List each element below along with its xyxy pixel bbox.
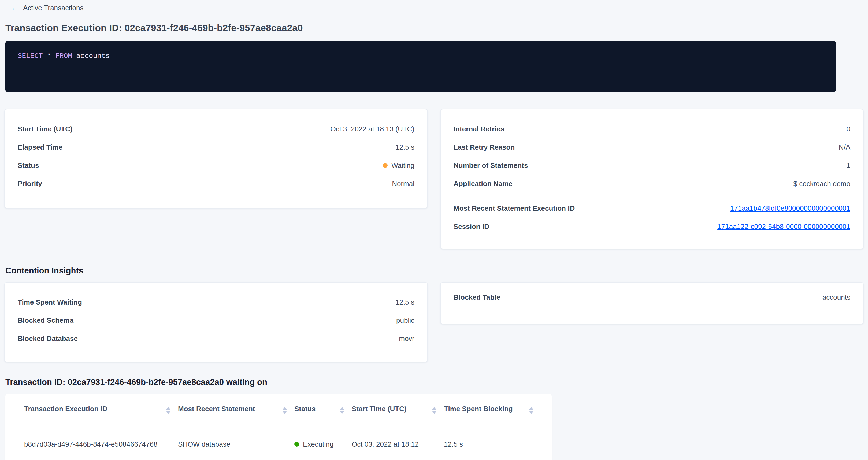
cell-start-time: Oct 03, 2022 at 18:12 xyxy=(352,440,444,448)
column-header-most-recent-statement[interactable]: Most Recent Statement xyxy=(178,405,294,416)
back-link-label: Active Transactions xyxy=(23,3,83,11)
kv-row-status: Status Waiting xyxy=(18,156,414,174)
column-header-label: Status xyxy=(294,405,315,416)
column-header-time-spent-blocking[interactable]: Time Spent Blocking xyxy=(444,405,541,416)
sql-keyword-from: FROM xyxy=(55,52,72,60)
kv-label: Most Recent Statement Execution ID xyxy=(454,204,575,212)
kv-label: Priority xyxy=(18,179,42,187)
contention-cards-row: Time Spent Waiting 12.5 s Blocked Schema… xyxy=(4,282,868,362)
kv-value: 0 xyxy=(846,125,850,133)
status-text: Executing xyxy=(303,440,334,448)
kv-row-elapsed-time: Elapsed Time 12.5 s xyxy=(18,138,414,156)
kv-label: Last Retry Reason xyxy=(454,143,515,151)
table-row: b8d7d03a-d497-446b-8474-e50846674768 SHO… xyxy=(16,427,541,460)
column-header-label: Time Spent Blocking xyxy=(444,405,513,416)
kv-label: Start Time (UTC) xyxy=(18,125,73,133)
kv-row-blocked-table: Blocked Table accounts xyxy=(454,288,850,306)
contention-right-card: Blocked Table accounts xyxy=(440,282,864,324)
kv-label: Blocked Table xyxy=(454,293,500,301)
session-id-link[interactable]: 171aa122-c092-54b8-0000-000000000001 xyxy=(717,222,850,230)
kv-row-number-of-statements: Number of Statements 1 xyxy=(454,156,850,174)
back-link-active-transactions[interactable]: ← Active Transactions xyxy=(11,3,83,11)
arrow-left-icon: ← xyxy=(11,4,18,11)
waiting-on-table: Transaction Execution ID Most Recent Sta… xyxy=(5,394,552,460)
topbar: ← Active Transactions xyxy=(0,0,868,12)
kv-row-internal-retries: Internal Retries 0 xyxy=(454,120,850,138)
kv-value: public xyxy=(396,316,414,324)
kv-value: Oct 3, 2022 at 18:13 (UTC) xyxy=(330,125,414,133)
sort-icon[interactable] xyxy=(529,407,533,414)
kv-row-last-retry-reason: Last Retry Reason N/A xyxy=(454,138,850,156)
cell-time-spent-blocking: 12.5 s xyxy=(444,440,541,448)
cell-most-recent-statement: SHOW database xyxy=(178,440,294,448)
status-text: Waiting xyxy=(392,161,414,169)
card-divider xyxy=(454,196,850,196)
column-header-status[interactable]: Status xyxy=(294,405,352,416)
kv-label: Application Name xyxy=(454,179,513,187)
status-badge: Waiting xyxy=(383,161,414,169)
status-executing-dot-icon xyxy=(294,441,299,446)
kv-row-time-spent-waiting: Time Spent Waiting 12.5 s xyxy=(18,293,414,311)
kv-row-priority: Priority Normal xyxy=(18,174,414,192)
kv-value: 1 xyxy=(846,161,850,169)
table-header-row: Transaction Execution ID Most Recent Sta… xyxy=(16,394,541,427)
kv-row-statement-execution-id: Most Recent Statement Execution ID 171aa… xyxy=(454,199,850,217)
kv-value: 12.5 s xyxy=(395,143,414,151)
sql-table-name: accounts xyxy=(72,52,110,60)
status-waiting-dot-icon xyxy=(383,163,388,167)
kv-value: $ cockroach demo xyxy=(794,179,850,187)
kv-label: Internal Retries xyxy=(454,125,504,133)
kv-row-start-time: Start Time (UTC) Oct 3, 2022 at 18:13 (U… xyxy=(18,120,414,138)
sort-icon[interactable] xyxy=(432,407,436,414)
kv-value: Normal xyxy=(392,179,414,187)
status-badge: Executing xyxy=(294,440,334,448)
column-header-label: Transaction Execution ID xyxy=(24,405,107,416)
kv-label: Number of Statements xyxy=(454,161,528,169)
kv-label: Session ID xyxy=(454,222,489,230)
kv-value: N/A xyxy=(839,143,850,151)
overview-left-card: Start Time (UTC) Oct 3, 2022 at 18:13 (U… xyxy=(4,109,428,209)
transaction-details-page: ← Active Transactions Transaction Execut… xyxy=(0,0,868,460)
kv-label: Status xyxy=(18,161,39,169)
column-header-label: Most Recent Statement xyxy=(178,405,255,416)
sql-statement-box: SELECT * FROM accounts xyxy=(5,41,836,92)
kv-label: Blocked Schema xyxy=(18,316,73,324)
sort-icon[interactable] xyxy=(283,407,287,414)
sql-keyword-select: SELECT xyxy=(18,52,43,60)
kv-label: Time Spent Waiting xyxy=(18,298,82,306)
column-header-transaction-execution-id[interactable]: Transaction Execution ID xyxy=(24,405,178,416)
contention-left-card: Time Spent Waiting 12.5 s Blocked Schema… xyxy=(4,282,428,362)
sort-icon[interactable] xyxy=(340,407,344,414)
column-header-start-time[interactable]: Start Time (UTC) xyxy=(352,405,444,416)
column-header-label: Start Time (UTC) xyxy=(352,405,407,416)
contention-insights-heading: Contention Insights xyxy=(5,266,868,276)
kv-row-session-id: Session ID 171aa122-c092-54b8-0000-00000… xyxy=(454,217,850,235)
kv-value: accounts xyxy=(823,293,850,301)
kv-row-blocked-database: Blocked Database movr xyxy=(18,329,414,347)
waiting-on-heading: Transaction ID: 02ca7931-f246-469b-b2fe-… xyxy=(5,377,868,387)
kv-label: Elapsed Time xyxy=(18,143,62,151)
kv-value: 12.5 s xyxy=(395,298,414,306)
cell-transaction-execution-id: b8d7d03a-d497-446b-8474-e50846674768 xyxy=(24,440,178,448)
sql-star: * xyxy=(43,52,56,60)
sort-icon[interactable] xyxy=(166,407,170,414)
page-title: Transaction Execution ID: 02ca7931-f246-… xyxy=(5,23,863,34)
statement-execution-id-link[interactable]: 171aa1b478fdf0e80000000000000001 xyxy=(730,204,850,212)
cell-status: Executing xyxy=(294,440,352,448)
overview-cards-row: Start Time (UTC) Oct 3, 2022 at 18:13 (U… xyxy=(4,109,868,249)
overview-right-card: Internal Retries 0 Last Retry Reason N/A… xyxy=(440,109,864,249)
kv-value: movr xyxy=(399,334,414,342)
kv-row-blocked-schema: Blocked Schema public xyxy=(18,311,414,329)
kv-label: Blocked Database xyxy=(18,334,78,342)
kv-row-application-name: Application Name $ cockroach demo xyxy=(454,174,850,192)
